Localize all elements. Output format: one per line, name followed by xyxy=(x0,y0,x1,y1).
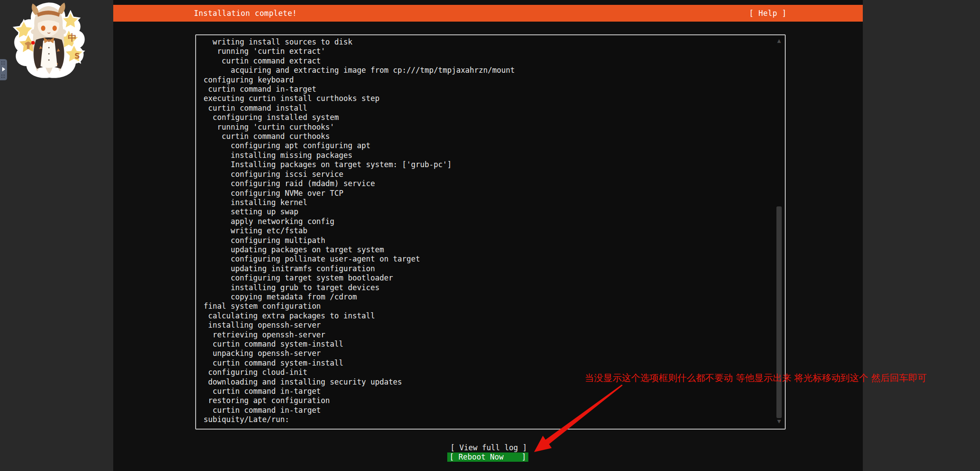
red-dot xyxy=(31,41,35,45)
star-label-center: 中 xyxy=(68,32,77,43)
reboot-now-button[interactable]: [ Reboot Now ] xyxy=(447,452,528,462)
anime-sticker: 中 S xyxy=(12,0,85,80)
arrow-shape xyxy=(534,385,623,452)
page-title: Installation complete! xyxy=(194,9,297,18)
eye-left xyxy=(41,26,45,31)
view-full-log-button[interactable]: [ View full log ] xyxy=(449,443,528,452)
star-label-s: S xyxy=(74,52,80,60)
annotation-text: 当没显示这个选项框则什么都不要动 等他显示出来 将光标移动到这个 然后回车即可 xyxy=(585,372,927,384)
scrollbar-thumb[interactable] xyxy=(776,206,782,418)
annotation-arrow xyxy=(524,377,630,461)
bow-center xyxy=(48,39,50,42)
ear-right xyxy=(59,29,66,34)
title-bar: Installation complete! [ Help ] xyxy=(113,5,863,22)
install-log-text: writing install sources to disk running … xyxy=(204,37,768,426)
side-panel-handle[interactable] xyxy=(0,59,8,80)
scrollbar-up-arrow-icon[interactable]: ▲ xyxy=(776,38,782,44)
eye-right xyxy=(52,26,57,31)
scrollbar-down-arrow-icon[interactable]: ▼ xyxy=(776,419,782,424)
ear-left xyxy=(31,29,38,34)
help-button[interactable]: [ Help ] xyxy=(749,9,787,18)
